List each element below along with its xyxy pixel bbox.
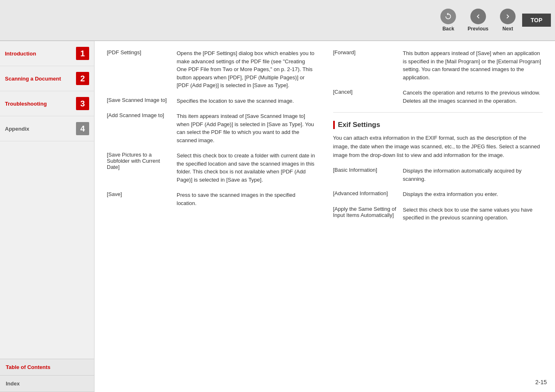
term-save-pictures-desc: Select this check box to create a folder…: [177, 152, 317, 184]
term-save: [Save] Press to save the scanned images …: [107, 191, 317, 207]
sidebar-item-appendix-badge: 4: [76, 122, 89, 135]
term-add-scanned-desc: This item appears instead of [Save Scann…: [177, 112, 317, 144]
previous-label: Previous: [467, 26, 488, 32]
sidebar-item-introduction[interactable]: Introduction 1: [0, 41, 94, 66]
nav-buttons: Back Previous Next TOP: [435, 6, 551, 34]
sidebar-item-introduction-label: Introduction: [5, 51, 36, 57]
term-forward-desc: This button appears instead of [Save] wh…: [403, 49, 543, 81]
previous-icon: [470, 9, 486, 24]
sidebar-item-troubleshooting-label: Troubleshooting: [5, 101, 47, 107]
term-add-scanned: [Add Scanned Image to] This item appears…: [107, 112, 317, 144]
page-number: 2-15: [535, 379, 547, 385]
sidebar-item-scanning-badge: 2: [76, 72, 89, 85]
term-pdf-settings-label: [PDF Settings]: [107, 49, 173, 55]
sidebar-item-scanning[interactable]: Scanning a Document 2: [0, 66, 94, 91]
term-save-scanned-label: [Save Scanned Image to]: [107, 97, 173, 103]
term-save-scanned-desc: Specifies the location to save the scann…: [177, 97, 317, 105]
term-advanced-info-desc: Displays the extra information you enter…: [403, 190, 543, 198]
back-button[interactable]: Back: [435, 6, 461, 34]
next-icon: [500, 9, 516, 24]
term-save-pictures-label: [Save Pictures to a Subfolder with Curre…: [107, 152, 173, 170]
term-pdf-settings: [PDF Settings] Opens the [PDF Settings] …: [107, 49, 317, 90]
back-label: Back: [442, 26, 454, 32]
right-column: [Forward] This button appears instead of…: [333, 49, 543, 229]
back-icon: [440, 9, 456, 24]
next-button[interactable]: Next: [495, 6, 520, 34]
term-add-scanned-label: [Add Scanned Image to]: [107, 112, 173, 118]
index-link[interactable]: Index: [0, 376, 94, 392]
sidebar-item-troubleshooting[interactable]: Troubleshooting 3: [0, 91, 94, 116]
sidebar: Introduction 1 Scanning a Document 2 Tro…: [0, 41, 94, 392]
term-cancel-label: [Cancel]: [333, 89, 399, 95]
sidebar-item-troubleshooting-badge: 3: [76, 97, 89, 110]
previous-button[interactable]: Previous: [463, 6, 493, 34]
term-pdf-settings-desc: Opens the [PDF Settings] dialog box whic…: [177, 49, 317, 90]
term-forward: [Forward] This button appears instead of…: [333, 49, 543, 81]
term-save-label: [Save]: [107, 191, 173, 197]
term-basic-info-label: [Basic Information]: [333, 167, 399, 173]
section-divider: [333, 112, 543, 113]
next-label: Next: [502, 26, 513, 32]
term-basic-info-desc: Displays the information automatically a…: [403, 167, 543, 183]
term-forward-label: [Forward]: [333, 49, 399, 55]
term-basic-info: [Basic Information] Displays the informa…: [333, 167, 543, 183]
term-save-scanned: [Save Scanned Image to] Specifies the lo…: [107, 97, 317, 105]
exif-section-heading: Exif Settings: [333, 121, 543, 129]
term-apply-same-desc: Select this check box to use the same va…: [403, 206, 543, 222]
sidebar-item-appendix[interactable]: Appendix 4: [0, 116, 94, 141]
term-advanced-info-label: [Advanced Information]: [333, 190, 399, 196]
table-of-contents-link[interactable]: Table of Contents: [0, 359, 94, 376]
top-label[interactable]: TOP: [522, 14, 551, 27]
term-apply-same-label: [Apply the Same Setting of Input Items A…: [333, 206, 399, 218]
exif-section-desc: You can attach extra information in the …: [333, 134, 543, 159]
sidebar-bottom: Table of Contents Index: [0, 359, 94, 392]
term-save-pictures: [Save Pictures to a Subfolder with Curre…: [107, 152, 317, 184]
main-content: [PDF Settings] Opens the [PDF Settings] …: [94, 41, 555, 392]
sidebar-item-scanning-label: Scanning a Document: [5, 76, 61, 82]
top-bar: Back Previous Next TOP: [0, 0, 555, 41]
term-save-desc: Press to save the scanned images in the …: [177, 191, 317, 207]
left-column: [PDF Settings] Opens the [PDF Settings] …: [107, 49, 317, 229]
sidebar-item-introduction-badge: 1: [76, 47, 89, 60]
sidebar-item-appendix-label: Appendix: [5, 126, 29, 132]
term-apply-same: [Apply the Same Setting of Input Items A…: [333, 206, 543, 222]
term-advanced-info: [Advanced Information] Displays the extr…: [333, 190, 543, 198]
content-grid: [PDF Settings] Opens the [PDF Settings] …: [107, 49, 543, 229]
term-cancel-desc: Cancels the operation and returns to the…: [403, 89, 543, 105]
term-cancel: [Cancel] Cancels the operation and retur…: [333, 89, 543, 105]
